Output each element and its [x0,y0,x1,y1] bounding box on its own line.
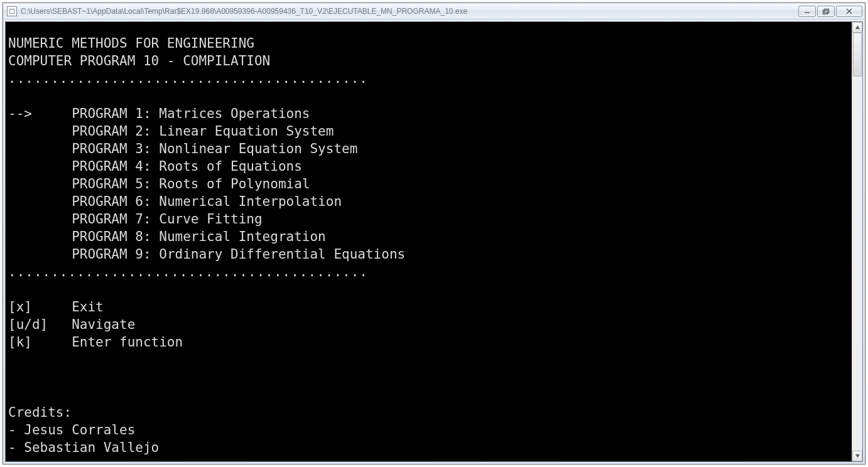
menu-marker [8,247,72,262]
divider-bottom: ........................................… [8,264,368,279]
header-line-1: NUMERIC METHODS FOR ENGINEERING [8,36,254,51]
key-hint-action: Enter function [72,335,183,350]
maximize-icon [822,8,830,14]
menu-item-desc: Linear Equation System [159,124,334,139]
client-area: NUMERIC METHODS FOR ENGINEERING COMPUTER… [5,21,863,462]
menu-item-label: PROGRAM 9: [72,247,159,262]
menu-marker [8,159,72,174]
menu-item-desc: Numerical Integration [159,229,326,244]
menu-item-desc: Matrices Operations [159,106,310,121]
scroll-up-button[interactable] [852,22,862,33]
chevron-up-icon [855,24,860,30]
key-hint-2: [k] Enter function [8,333,849,351]
menu-marker [8,194,72,209]
menu-item-label: PROGRAM 4: [72,159,159,174]
maximize-button[interactable] [817,6,835,17]
menu-item-desc: Numerical Interpolation [159,194,342,209]
svg-rect-1 [825,9,829,13]
menu-marker [8,141,72,156]
header-line: NUMERIC METHODS FOR ENGINEERING [8,36,254,51]
credit-name: - Sebastian Vallejo [8,440,159,455]
svg-marker-5 [855,26,859,29]
menu-item-program-6[interactable]: PROGRAM 6: Numerical Interpolation [8,193,849,210]
header-line: COMPUTER PROGRAM 10 - COMPILATION [8,53,270,68]
menu-marker: --> [8,106,72,121]
menu-item-program-7[interactable]: PROGRAM 7: Curve Fitting [8,210,849,228]
menu-marker [8,212,72,227]
menu-item-label: PROGRAM 6: [72,194,159,209]
divider-line: ........................................… [8,264,368,279]
menu-marker [8,229,72,244]
menu-item-label: PROGRAM 5: [72,176,159,191]
menu-item-program-4[interactable]: PROGRAM 4: Roots of Equations [8,158,849,175]
close-icon [845,8,853,14]
close-button[interactable] [836,6,862,17]
menu-item-program-2[interactable]: PROGRAM 2: Linear Equation System [8,122,849,140]
divider-top: ........................................… [8,71,368,86]
vertical-scrollbar[interactable] [852,22,862,461]
menu-item-label: PROGRAM 2: [72,124,159,139]
key-hint-key: [u/d] [8,317,72,332]
key-hint-1: [u/d] Navigate [8,316,849,333]
menu-item-program-8[interactable]: PROGRAM 8: Numerical Integration [8,228,849,245]
menu-item-program-9[interactable]: PROGRAM 9: Ordinary Differential Equatio… [8,245,849,263]
credit-person-1: - Sebastian Vallejo [8,439,849,456]
console-output[interactable]: NUMERIC METHODS FOR ENGINEERING COMPUTER… [6,22,852,461]
svg-marker-6 [855,454,859,458]
menu-item-label: PROGRAM 1: [72,106,159,121]
menu-item-label: PROGRAM 3: [72,141,159,156]
key-hint-action: Exit [72,299,104,314]
app-icon [7,6,17,16]
scroll-thumb[interactable] [853,33,862,77]
divider-line: ........................................… [8,71,368,86]
menu-item-label: PROGRAM 8: [72,229,159,244]
menu-item-program-5[interactable]: PROGRAM 5: Roots of Polynomial [8,175,849,193]
header-line-2: COMPUTER PROGRAM 10 - COMPILATION [8,53,270,68]
scroll-down-button[interactable] [852,451,862,461]
titlebar[interactable]: C:\Users\SEBAST~1\AppData\Local\Temp\Rar… [3,3,865,19]
key-hint-0: [x] Exit [8,298,849,316]
minimize-button[interactable] [798,6,816,17]
minimize-icon [803,8,811,14]
key-hint-key: [k] [8,335,72,350]
menu-item-desc: Ordinary Differential Equations [159,247,405,262]
key-hint-action: Navigate [72,317,135,332]
menu-marker [8,176,72,191]
chevron-down-icon [855,453,860,459]
menu-item-program-3[interactable]: PROGRAM 3: Nonlinear Equation System [8,140,849,158]
window-title: C:\Users\SEBAST~1\AppData\Local\Temp\Rar… [21,7,798,16]
key-hint-key: [x] [8,299,72,314]
credit-person-0: - Jesus Corrales [8,421,849,439]
menu-item-desc: Nonlinear Equation System [159,141,357,156]
svg-rect-2 [823,10,828,14]
credits-heading: Credits: [8,405,72,420]
menu-item-label: PROGRAM 7: [72,212,159,227]
window-controls [798,6,862,17]
credit-name: - Jesus Corrales [8,422,135,437]
menu-marker [8,124,72,139]
scroll-track[interactable] [852,33,862,451]
app-window: C:\Users\SEBAST~1\AppData\Local\Temp\Rar… [3,3,865,464]
menu-item-desc: Roots of Equations [159,159,302,174]
menu-item-desc: Roots of Polynomial [159,176,310,191]
menu-item-program-1[interactable]: --> PROGRAM 1: Matrices Operations [8,105,849,122]
credits-heading-line: Credits: [8,405,72,420]
menu-item-desc: Curve Fitting [159,212,262,227]
